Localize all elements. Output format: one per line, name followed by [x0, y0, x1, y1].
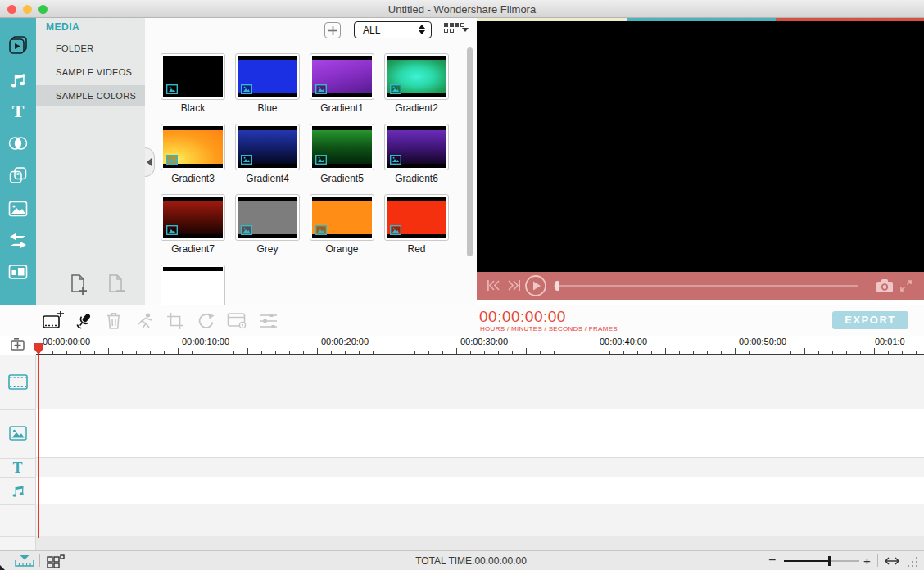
text-track-icon[interactable]: T — [12, 459, 22, 476]
timeline-tracks: T — [0, 355, 924, 550]
zoom-in-button[interactable]: + — [863, 554, 871, 568]
skip-start-button[interactable] — [487, 279, 500, 292]
snapshot-button[interactable] — [876, 278, 894, 293]
play-button[interactable] — [524, 274, 547, 297]
resize-grip[interactable] — [908, 557, 919, 567]
media-thumbnail[interactable]: Red — [379, 194, 454, 241]
track-manager-button[interactable] — [47, 554, 65, 568]
chevron-left-icon — [147, 158, 152, 166]
add-plus-icon — [328, 26, 337, 35]
skip-end-icon — [508, 279, 521, 292]
video-track-lane[interactable] — [36, 355, 924, 409]
total-time-label: TOTAL TIME:00:00:00:00 — [352, 555, 590, 567]
library-scrollbar[interactable] — [467, 45, 473, 305]
corner-marker — [0, 565, 5, 570]
zoom-out-button[interactable]: − — [768, 553, 776, 568]
media-thumbnail[interactable]: Orange — [305, 194, 379, 241]
skip-end-button[interactable] — [508, 279, 521, 292]
empty-track-lane[interactable] — [36, 504, 924, 536]
snapshot-camera-icon — [876, 278, 894, 293]
sidebar-item-text[interactable]: T — [8, 102, 28, 121]
image-badge-icon — [241, 225, 252, 235]
text-track-lane[interactable] — [36, 458, 924, 477]
audio-track-icon[interactable] — [11, 483, 25, 498]
media-thumbnail[interactable]: Gradient6 — [379, 124, 454, 170]
fullscreen-button[interactable] — [899, 278, 913, 293]
export-button[interactable]: EXPORT — [832, 311, 908, 329]
manage-tracks-button[interactable] — [11, 337, 26, 351]
audio-track-lane[interactable] — [36, 477, 924, 504]
split-button[interactable] — [135, 311, 155, 331]
delete-button[interactable] — [104, 311, 124, 331]
import-file-button[interactable] — [69, 274, 88, 296]
skip-start-icon — [487, 279, 500, 292]
sidebar-item-split[interactable] — [8, 231, 28, 251]
image-badge-icon — [241, 155, 252, 165]
sidebar-item-transitions[interactable] — [8, 133, 28, 153]
fit-timeline-button[interactable] — [884, 556, 900, 566]
sidebar: T — [0, 18, 36, 305]
media-thumbnail-label: Gradient1 — [305, 102, 379, 114]
preview-panel — [477, 18, 924, 305]
crop-button[interactable] — [165, 311, 185, 331]
record-voiceover-button[interactable] — [74, 311, 93, 331]
image-badge-icon — [315, 84, 327, 94]
filter-dropdown[interactable]: ALL — [354, 21, 432, 38]
scrollbar-thumb[interactable] — [467, 48, 473, 256]
add-track-icon — [11, 337, 26, 351]
title-bar: Untitled - Wondershare Filmora — [0, 0, 924, 18]
media-thumbnail-label: Gradient6 — [379, 173, 454, 184]
collapse-panel-button[interactable] — [145, 147, 155, 177]
media-thumbnail[interactable]: Grey — [230, 194, 305, 241]
view-options-button[interactable] — [444, 23, 469, 36]
sidebar-item-audio[interactable] — [8, 70, 28, 89]
filter-dropdown-value: ALL — [363, 25, 380, 36]
media-thumbnail[interactable]: Black — [156, 53, 230, 100]
zoom-slider-handle[interactable] — [828, 556, 831, 566]
ruler-label: 00:00:30:00 — [460, 337, 508, 346]
fit-width-icon — [884, 556, 900, 566]
add-media-button[interactable] — [324, 22, 341, 38]
media-thumbnail-label: Grey — [230, 243, 305, 255]
ruler-label: 00:00:10:00 — [182, 337, 229, 346]
sidebar-item-media[interactable] — [8, 35, 28, 55]
zoom-slider[interactable] — [784, 560, 859, 562]
chevron-down-icon — [462, 28, 469, 32]
seek-handle[interactable] — [555, 281, 559, 291]
remove-file-button[interactable] — [106, 274, 126, 296]
media-thumbnail[interactable]: Gradient3 — [156, 124, 230, 170]
media-item-sample-videos[interactable]: SAMPLE VIDEOS — [36, 61, 145, 83]
timeline-ruler[interactable]: 00:00:00:00 00:00:10:00 00:00:20:00 00:0… — [0, 336, 924, 355]
media-thumbnail[interactable]: Blue — [230, 53, 305, 100]
media-thumbnail[interactable]: Gradient4 — [230, 124, 305, 170]
media-thumbnail-label: Gradient5 — [305, 173, 379, 184]
export-settings-icon — [227, 311, 248, 331]
play-icon — [524, 274, 547, 297]
media-thumbnail[interactable]: Gradient2 — [379, 53, 454, 100]
sidebar-item-splitscreen[interactable] — [8, 262, 28, 282]
track-grid-icon — [47, 554, 65, 568]
seek-bar[interactable] — [554, 285, 858, 287]
zoom-to-fit-button[interactable] — [13, 554, 36, 568]
media-thumbnail[interactable] — [156, 265, 230, 305]
rotate-button[interactable] — [197, 311, 216, 331]
image-badge-icon — [166, 225, 178, 235]
pip-track-lane[interactable] — [36, 409, 924, 458]
media-item-folder[interactable]: FOLDER — [36, 38, 145, 59]
filmora-window: Untitled - Wondershare Filmora T — [0, 0, 924, 570]
media-thumbnail[interactable]: Gradient1 — [305, 53, 379, 100]
pip-track-icon[interactable] — [9, 426, 27, 441]
media-item-sample-colors[interactable]: SAMPLE COLORS — [36, 85, 145, 106]
add-to-timeline-button[interactable] — [43, 311, 62, 331]
advanced-settings-button[interactable] — [227, 311, 247, 331]
sidebar-item-overlays[interactable] — [8, 165, 28, 185]
sidebar-item-elements[interactable] — [8, 199, 28, 219]
ruler-label: 00:00:50:00 — [739, 337, 786, 346]
media-thumbnail[interactable]: Gradient7 — [156, 194, 230, 241]
playhead-line[interactable] — [38, 355, 39, 538]
trash-icon — [104, 311, 124, 331]
audio-mixer-button[interactable] — [259, 311, 279, 331]
video-track-icon[interactable] — [8, 374, 28, 390]
image-badge-icon — [390, 84, 401, 94]
media-thumbnail[interactable]: Gradient5 — [305, 124, 379, 170]
